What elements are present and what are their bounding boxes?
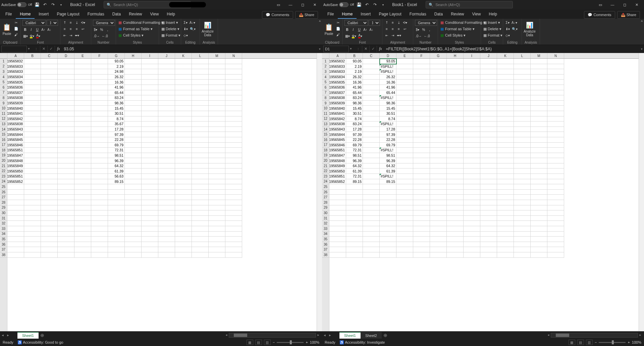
tab-insert[interactable]: Insert bbox=[357, 10, 375, 19]
select-all-triangle[interactable] bbox=[0, 53, 7, 59]
cell-G15[interactable] bbox=[430, 132, 447, 137]
cell-N34[interactable] bbox=[225, 232, 242, 237]
close-icon[interactable]: ✕ bbox=[631, 0, 643, 9]
cell-M22[interactable] bbox=[209, 168, 225, 174]
cell-M15[interactable] bbox=[531, 132, 547, 137]
cell-M37[interactable] bbox=[531, 247, 547, 252]
cell-A22[interactable]: 19565850 bbox=[7, 168, 24, 174]
col-header[interactable]: E bbox=[396, 53, 413, 58]
cell-M13[interactable] bbox=[531, 121, 547, 127]
cell-B4[interactable] bbox=[24, 75, 41, 80]
cell-G10[interactable] bbox=[430, 106, 447, 111]
cell-M15[interactable] bbox=[209, 132, 225, 137]
cell-I5[interactable] bbox=[464, 80, 480, 85]
cell-M14[interactable] bbox=[209, 127, 225, 132]
cell-D10[interactable] bbox=[58, 106, 74, 111]
cell-J37[interactable] bbox=[158, 247, 175, 252]
cell-F19[interactable] bbox=[413, 153, 430, 158]
cell-D37[interactable] bbox=[380, 247, 396, 252]
cell-B25[interactable] bbox=[346, 184, 363, 190]
tab-view[interactable]: View bbox=[468, 10, 485, 19]
cell-F20[interactable] bbox=[91, 158, 108, 163]
cell-C13[interactable] bbox=[41, 121, 58, 127]
cell-N31[interactable] bbox=[225, 216, 242, 221]
cell-L11[interactable] bbox=[514, 111, 531, 116]
row-header[interactable]: 32 bbox=[0, 221, 7, 226]
cell-G4[interactable]: 26.32 bbox=[108, 75, 125, 80]
cell-K15[interactable] bbox=[497, 132, 514, 137]
cell-C3[interactable] bbox=[41, 69, 58, 75]
cell-M29[interactable] bbox=[209, 205, 225, 211]
orientation-icon[interactable]: ⟲▾ bbox=[80, 20, 86, 25]
cell-K38[interactable] bbox=[497, 252, 514, 258]
cell-F13[interactable] bbox=[413, 121, 430, 127]
cell-N10[interactable] bbox=[547, 106, 564, 111]
cell-N5[interactable] bbox=[547, 80, 564, 85]
cell-G32[interactable] bbox=[108, 221, 125, 226]
cell-B27[interactable] bbox=[24, 195, 41, 200]
col-header[interactable]: F bbox=[91, 53, 108, 58]
cell-I23[interactable] bbox=[464, 174, 480, 179]
decimal-decrease-icon[interactable]: ←.0 bbox=[423, 33, 430, 39]
cell-L14[interactable] bbox=[514, 127, 531, 132]
cell-G29[interactable] bbox=[108, 205, 125, 211]
cell-I7[interactable] bbox=[464, 90, 480, 96]
cell-M21[interactable] bbox=[531, 163, 547, 169]
status-accessibility[interactable]: ♿ Accessibility: Good to go bbox=[17, 340, 63, 345]
cell-D1[interactable]: 93.05 bbox=[380, 59, 396, 64]
delete-cells-button[interactable]: ▦ Delete ▾ bbox=[483, 26, 503, 32]
cell-L27[interactable] bbox=[192, 195, 209, 200]
row-header[interactable]: 20 bbox=[0, 158, 7, 163]
cell-C34[interactable] bbox=[41, 232, 58, 237]
cell-K17[interactable] bbox=[175, 143, 192, 148]
cell-N8[interactable] bbox=[225, 95, 242, 101]
cell-E25[interactable] bbox=[74, 184, 91, 190]
cell-I4[interactable] bbox=[142, 75, 158, 80]
cell-E24[interactable] bbox=[396, 179, 413, 185]
row-header[interactable]: 24 bbox=[0, 179, 7, 185]
cell-C15[interactable] bbox=[41, 132, 58, 137]
cell-L7[interactable] bbox=[514, 90, 531, 96]
cell-A6[interactable]: 19565836 bbox=[329, 85, 346, 90]
cell-E34[interactable] bbox=[396, 232, 413, 237]
cell-D19[interactable]: 98.51 bbox=[380, 153, 396, 158]
cell-M1[interactable] bbox=[209, 59, 225, 64]
cell-H34[interactable] bbox=[447, 232, 464, 237]
cell-N22[interactable] bbox=[547, 168, 564, 174]
cell-J38[interactable] bbox=[158, 252, 175, 258]
cell-L34[interactable] bbox=[514, 232, 531, 237]
cell-D13[interactable]: #SPILL! bbox=[380, 121, 396, 127]
formula-bar[interactable] bbox=[62, 46, 317, 52]
cell-M35[interactable] bbox=[531, 237, 547, 242]
cell-B34[interactable] bbox=[346, 232, 363, 237]
delete-cells-button[interactable]: ▦ Delete ▾ bbox=[161, 26, 181, 32]
cell-N24[interactable] bbox=[225, 179, 242, 185]
cell-D1[interactable] bbox=[58, 59, 74, 64]
cell-G34[interactable] bbox=[430, 232, 447, 237]
cell-C22[interactable] bbox=[363, 168, 380, 174]
cell-I6[interactable] bbox=[464, 85, 480, 90]
cell-F33[interactable] bbox=[413, 226, 430, 232]
cell-L16[interactable] bbox=[514, 137, 531, 143]
cell-C2[interactable] bbox=[363, 64, 380, 69]
cell-B1[interactable]: 93.05 bbox=[346, 59, 363, 64]
cell-C23[interactable] bbox=[363, 174, 380, 179]
cell-D23[interactable] bbox=[58, 174, 74, 179]
orientation-icon[interactable]: ⟲▾ bbox=[402, 20, 408, 25]
cell-M3[interactable] bbox=[531, 69, 547, 75]
cell-I32[interactable] bbox=[464, 221, 480, 226]
cell-N32[interactable] bbox=[547, 221, 564, 226]
cell-N20[interactable] bbox=[225, 158, 242, 163]
cell-H15[interactable] bbox=[125, 132, 142, 137]
cell-H5[interactable] bbox=[447, 80, 464, 85]
align-middle-icon[interactable]: ≡ bbox=[68, 20, 73, 25]
tab-data[interactable]: Data bbox=[430, 10, 447, 19]
col-header[interactable]: I bbox=[142, 53, 158, 58]
cell-G14[interactable] bbox=[430, 127, 447, 132]
cell-C21[interactable] bbox=[363, 163, 380, 169]
cell-N11[interactable] bbox=[547, 111, 564, 116]
cell-M7[interactable] bbox=[209, 90, 225, 96]
row-header[interactable]: 26 bbox=[0, 190, 7, 195]
cell-I10[interactable] bbox=[142, 106, 158, 111]
cell-K22[interactable] bbox=[497, 168, 514, 174]
